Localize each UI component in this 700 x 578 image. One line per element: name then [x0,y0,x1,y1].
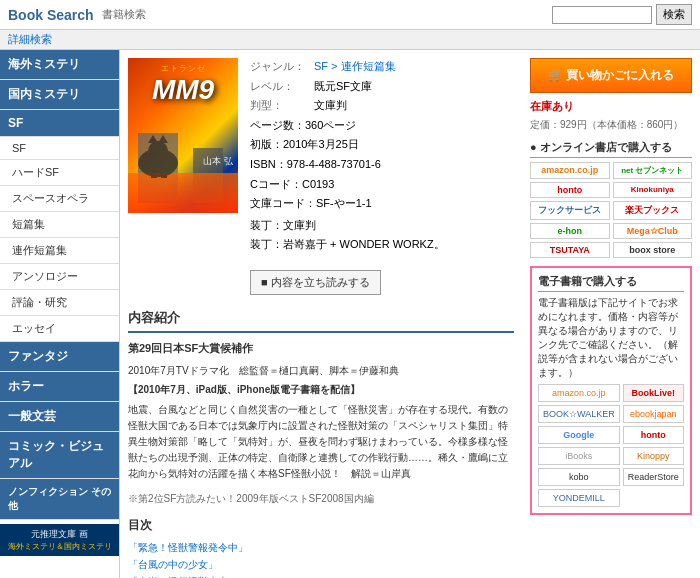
ebook-grid: amazon.co.jp BookLive! BOOK☆WALKER ebook… [538,384,684,507]
sidebar-item-general[interactable]: 一般文芸 [0,402,119,432]
store-seven[interactable]: net セブンネット [613,162,693,179]
in-stock-label: 在庫あり [530,100,574,112]
store-ehon[interactable]: e-hon [530,223,610,239]
ebook-booklive[interactable]: BookLive! [623,384,684,402]
ebook-section: 電子書籍で購入する 電子書籍版は下記サイトでお求めになれます。価格・内容等が異な… [530,266,692,515]
ebook-label: 電子書籍で購入する [538,274,684,292]
store-mega[interactable]: Mega☆Club [613,223,693,239]
store-honto[interactable]: honto [530,182,610,198]
ebook-ibooks[interactable]: iBooks [538,447,620,465]
store-rakuten[interactable]: 楽天ブックス [613,201,693,220]
search-button[interactable]: 検索 [656,4,692,25]
store-amazon[interactable]: amazon.co.jp [530,162,610,179]
store-bookstore[interactable]: boox store [613,242,693,258]
svg-marker-3 [158,135,168,143]
online-store-label: ● オンライン書店で購入する [530,140,692,158]
search-bar: 検索 [552,4,692,25]
detail-search-link[interactable]: 詳細検索 [8,33,52,45]
book-isbn: ISBN：978-4-488-73701-6 [250,156,381,174]
sidebar-item-essay[interactable]: エッセイ [0,316,119,342]
book-ipad: 【2010年7月、iPad版、iPhone版電子書籍を配信】 [128,381,514,398]
sidebar-item-nonfiction[interactable]: ノンフィクション その他 [0,479,119,520]
book-award: 第29回日本SF大賞候補作 [128,339,514,358]
price-info: 定価：929円（本体価格：860円） [530,118,692,132]
sidebar: 海外ミステリ 国内ミステリ SF SF ハードSF スペースオペラ 短篇集 連作… [0,50,120,578]
genre-label: ジャンル： [250,58,310,76]
book-detail: エトランゼ MM9 山本 弘 [128,58,514,295]
book-info-panel: ジャンル： SF > 連作短篇集 レベル： 既元SF文庫 判型： 文庫判 ペ [250,58,514,295]
svg-point-1 [148,141,168,161]
toc-item-2[interactable]: 「台風の中の少女」 [128,556,514,573]
ebook-amazon[interactable]: amazon.co.jp [538,384,620,402]
ebook-honto[interactable]: honto [623,426,684,444]
ebook-yondemill[interactable]: YONDEMILL [538,489,620,507]
ebook-kobo[interactable]: kobo [538,468,620,486]
stock-status: 在庫あり [530,99,692,114]
sidebar-item-horror[interactable]: ホラー [0,372,119,402]
description-title: 内容紹介 [128,307,514,333]
ebook-bookwalker[interactable]: BOOK☆WALKER [538,405,620,423]
add-to-cart-button[interactable]: 🛒 買い物かごに入れる [530,58,692,93]
book-format-label2: 装丁：文庫判 [250,217,316,235]
sidebar-banner-text: 元推理文庫 画 [6,528,113,541]
toc-item-3[interactable]: 「春嵐！怪行怪獣来未」 [128,573,514,578]
sidebar-item-space-opera[interactable]: スペースオペラ [0,186,119,212]
sidebar-item-sf[interactable]: SF [0,110,119,137]
book-cover: エトランゼ MM9 山本 弘 [128,58,238,295]
monster-silhouette [133,133,183,178]
cover-author: 山本 弘 [203,155,233,168]
cover-title: MM9 [128,74,238,106]
toc-title: 目次 [128,515,514,535]
sidebar-item-fantasy[interactable]: ファンタジ [0,342,119,372]
book-tv: 2010年7月TVドラマ化 総監督＝樋口真嗣、脚本＝伊藤和典 [128,362,514,379]
book-buncode: 文庫コード：SF-やー1-1 [250,195,372,213]
right-panel: 🛒 買い物かごに入れる 在庫あり 定価：929円（本体価格：860円） ● オン… [522,58,692,578]
store-tsutaya[interactable]: TSUTAYA [530,242,610,258]
toc-item-1[interactable]: 「緊急！怪獣警報発令中」 [128,539,514,556]
description-section: 内容紹介 第29回日本SF大賞候補作 2010年7月TVドラマ化 総監督＝樋口真… [128,307,514,578]
store-kinokuniya[interactable]: Kinokuniya [613,182,693,198]
book-cover-image: エトランゼ MM9 山本 弘 [128,58,238,213]
sidebar-banner-sub: 海外ミステリ＆国内ミステリ [6,541,113,552]
level-label: レベル： [250,78,310,96]
svg-rect-5 [161,171,167,178]
sidebar-item-sf-sub[interactable]: SF [0,137,119,160]
svg-marker-2 [148,135,158,143]
sidebar-item-comic[interactable]: コミック・ビジュアル [0,432,119,479]
site-title: Book Search [8,7,94,23]
store-grid: amazon.co.jp net セブンネット honto Kinokuniya… [530,162,692,258]
online-store-section: ● オンライン書店で購入する amazon.co.jp net セブンネット h… [530,140,692,258]
sidebar-item-anthology[interactable]: アンソロジー [0,264,119,290]
sidebar-banner: 元推理文庫 画 海外ミステリ＆国内ミステリ [0,524,119,556]
book-pages: ページ数：360ページ [250,117,356,135]
preview-button[interactable]: ■ 内容を立ち読みする [250,270,381,295]
sidebar-item-kaigai-mystery[interactable]: 海外ミステリ [0,50,119,80]
svg-rect-4 [151,171,157,178]
ebook-kinoppy[interactable]: Kinoppy [623,447,684,465]
sidebar-item-kokunai-mystery[interactable]: 国内ミステリ [0,80,119,110]
ebook-readerstore[interactable]: ReaderStore [623,468,684,486]
site-subtitle: 書籍検索 [102,7,146,22]
book-code: Cコード：C0193 [250,176,334,194]
sidebar-item-hyoron[interactable]: 評論・研究 [0,290,119,316]
ebook-google[interactable]: Google [538,426,620,444]
book-format-val: 文庫判 [314,97,347,115]
sidebar-item-rensakutatanpen[interactable]: 連作短篇集 [0,238,119,264]
book-pubdate: 初版：2010年3月25日 [250,136,359,154]
cover-series: エトランゼ [128,63,238,74]
search-input[interactable] [552,6,652,24]
sidebar-item-hard-sf[interactable]: ハードSF [0,160,119,186]
ebook-note: 電子書籍版は下記サイトでお求めになれます。価格・内容等が異なる場合がありますので… [538,296,684,380]
ebook-ebookjapan[interactable]: ebookjapan [623,405,684,423]
book-illustrator: 装丁：岩嵜嘉于 + WONDER WORKZ。 [250,236,445,254]
header: Book Search 書籍検索 検索 [0,0,700,30]
book-description: 地震、台風などと同じく自然災害の一種として「怪獣災害」が存在する現代。有数の怪獣… [128,402,514,482]
sidebar-item-tanpen[interactable]: 短篇集 [0,212,119,238]
book-genre[interactable]: SF > 連作短篇集 [314,58,396,76]
format-label: 判型： [250,97,310,115]
store-bookservice[interactable]: フックサービス [530,201,610,220]
book-note: ※第2位SF方読みたい！2009年版ベストSF2008国内編 [128,490,514,507]
main-content: エトランゼ MM9 山本 弘 [120,50,700,578]
book-level: 既元SF文庫 [314,78,372,96]
seven-icon: net [621,166,633,175]
